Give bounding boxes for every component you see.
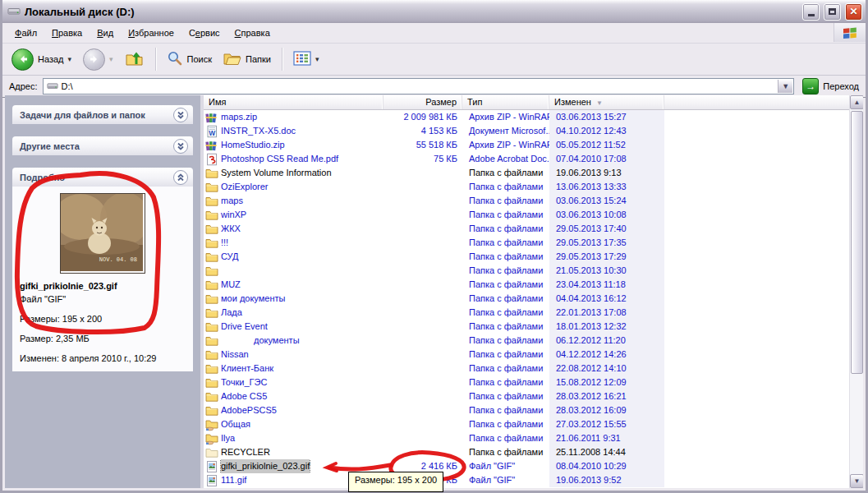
file-name[interactable]: ЖКХ [221,222,241,236]
file-row[interactable]: Клиент-БанкПапка с файлами22.08.2012 14:… [204,362,849,376]
panel-file-tasks-header[interactable]: Задачи для файлов и папок [12,105,193,124]
up-button[interactable] [121,47,149,71]
file-name[interactable]: winXP [221,208,246,222]
minimize-button[interactable] [802,3,820,21]
chevron-down-icon[interactable] [173,108,188,122]
file-size [383,222,462,236]
file-row[interactable]: AdobePSCS5Папка с файлами28.03.2012 16:0… [204,403,849,417]
file-name[interactable]: Лада [221,306,242,320]
file-name[interactable]: HomeStudio.zip [221,138,285,152]
scroll-up-button[interactable]: ▲ [850,95,863,109]
file-row[interactable]: !!!Папка с файлами29.05.2013 17:35 [204,236,849,250]
panel-other-places-header[interactable]: Другие места [12,136,193,155]
scrollbar-thumb[interactable] [851,111,863,374]
menu-item[interactable]: Избранное [121,25,181,41]
file-name[interactable]: Drive Event [221,320,268,334]
gif-image-icon [205,460,218,473]
file-name[interactable]: OziExplorer [221,180,268,194]
scroll-down-button[interactable]: ▼ [850,474,863,488]
file-row[interactable]: IlyaПапка с файлами21.06.2011 9:31 [204,431,849,445]
vertical-scrollbar[interactable]: ▲ ▼ [849,95,863,488]
back-dropdown-icon[interactable]: ▾ [68,55,72,63]
file-row[interactable]: winXPПапка с файлами03.06.2013 10:08 [204,208,849,222]
file-row[interactable]: мои документыПапка с файлами04.04.2013 1… [204,292,849,306]
file-name[interactable]: MUZ [221,278,241,292]
menu-item[interactable]: Сервис [181,25,227,41]
address-dropdown-button[interactable]: ▼ [778,80,792,93]
file-row[interactable]: ЛадаПапка с файлами22.01.2013 17:08 [204,306,849,320]
back-button[interactable]: Назад ▾ [7,47,76,72]
file-name[interactable]: AdobePSCS5 [221,403,277,417]
file-name[interactable]: Точки_ГЭС [221,376,267,389]
chevron-up-icon[interactable] [173,170,188,185]
file-name[interactable]: Adobe CS5 [221,389,267,403]
file-row[interactable]: RECYCLERПапка с файлами25.11.2008 14:44 [204,445,849,459]
maximize-button[interactable] [824,3,841,21]
file-name[interactable]: мои документы [221,292,285,306]
column-header[interactable]: Имя [204,95,383,109]
chevron-down-icon[interactable] [173,139,188,154]
panel-details-header[interactable]: Подробно [12,168,193,187]
close-button[interactable]: ✕ [845,3,862,21]
file-row[interactable]: ЖКХПапка с файлами29.05.2013 17:40 [204,222,849,236]
file-row[interactable]: MUZПапка с файлами23.04.2013 11:18 [204,278,849,292]
file-name[interactable]: maps [221,194,243,208]
column-header[interactable]: Размер [383,95,462,109]
gif-image-icon [205,474,218,487]
winrar-archive-icon [205,139,218,152]
file-row[interactable]: Drive EventПапка с файлами18.01.2013 12:… [204,320,849,334]
file-name[interactable]: INSTR_TX-X5.doc [221,124,296,138]
search-button[interactable]: Поиск [163,48,216,70]
panel-other-places: Другие места [12,136,193,155]
file-name[interactable]: gifki_prikiolnie_023.gif [221,459,310,473]
views-button[interactable]: ▾ [289,49,324,69]
file-name[interactable]: System Volume Information [221,166,332,180]
menu-item[interactable]: Справка [227,25,278,41]
file-row[interactable]: HomeStudio.zip55 518 КБАрхив ZIP - WinRA… [204,138,849,152]
menu-item[interactable]: Вид [90,25,121,41]
file-name[interactable]: !!! [221,236,228,250]
column-header[interactable]: Изменен▼ [549,95,664,109]
folder-shared-icon [205,418,218,431]
file-row[interactable]: mapsПапка с файлами03.06.2013 15:24 [204,194,849,208]
file-row[interactable]: Adobe CS5Папка с файлами28.03.2012 16:21 [204,389,849,403]
menu-item[interactable]: Файл [7,25,44,41]
address-input[interactable]: D:\ ▼ [43,78,795,94]
file-type: Папка с файлами [462,348,549,362]
file-row[interactable]: OziExplorerПапка с файлами13.06.2013 13:… [204,180,849,194]
folders-button[interactable]: Папки [219,48,275,70]
disk-drive-icon [7,4,21,19]
file-row[interactable]: maps.zip2 009 981 КБАрхив ZIP - WinRAR03… [204,110,849,124]
file-size [383,362,462,376]
file-name[interactable]: Клиент-Банк [221,362,273,376]
file-name[interactable]: maps.zip [221,110,257,124]
views-icon [293,51,311,67]
file-row[interactable]: Папка с файлами21.05.2013 10:30 [204,264,849,278]
file-name[interactable]: Ilya [221,431,235,445]
file-row[interactable]: документыПапка с файлами06.12.2012 11:20 [204,334,849,348]
forward-button[interactable]: ▾ [79,47,117,72]
file-row[interactable]: Photoshop CS5 Read Me.pdf75 КБAdobe Acro… [204,152,849,166]
file-row[interactable]: System Volume InformationПапка с файлами… [204,166,849,180]
views-dropdown-icon[interactable]: ▾ [315,55,319,63]
menu-item[interactable]: Правка [44,25,90,41]
file-name[interactable]: Photoshop CS5 Read Me.pdf [221,152,338,166]
file-name[interactable]: документы [254,334,300,348]
file-name[interactable]: RECYCLER [221,445,270,459]
file-name[interactable]: 111.gif [221,473,246,487]
folder-up-icon [125,48,145,70]
file-name[interactable]: СУД [221,250,239,264]
file-name[interactable]: Nissan [221,348,249,362]
go-button[interactable]: → Переход [799,78,862,94]
file-row[interactable]: 111.gif735 КБФайл "GIF"19.06.2013 9:52 [204,473,849,487]
file-row[interactable]: СУДПапка с файлами29.05.2013 17:29 [204,250,849,264]
file-name[interactable]: Общая [221,417,250,431]
file-row[interactable]: Точки_ГЭСПапка с файлами15.08.2012 12:09 [204,376,849,389]
column-header[interactable]: Тип [462,95,549,109]
file-row[interactable]: gifki_prikiolnie_023.gif2 416 КБФайл "GI… [204,459,849,473]
file-row[interactable]: WINSTR_TX-X5.doc4 153 КБДокумент Microso… [204,124,849,138]
file-type: Папка с файлами [462,403,549,417]
forward-dropdown-icon[interactable]: ▾ [109,55,113,63]
file-row[interactable]: NissanПапка с файлами04.12.2012 14:26 [204,348,849,362]
file-row[interactable]: ОбщаяПапка с файлами27.03.2012 15:55 [204,417,849,431]
